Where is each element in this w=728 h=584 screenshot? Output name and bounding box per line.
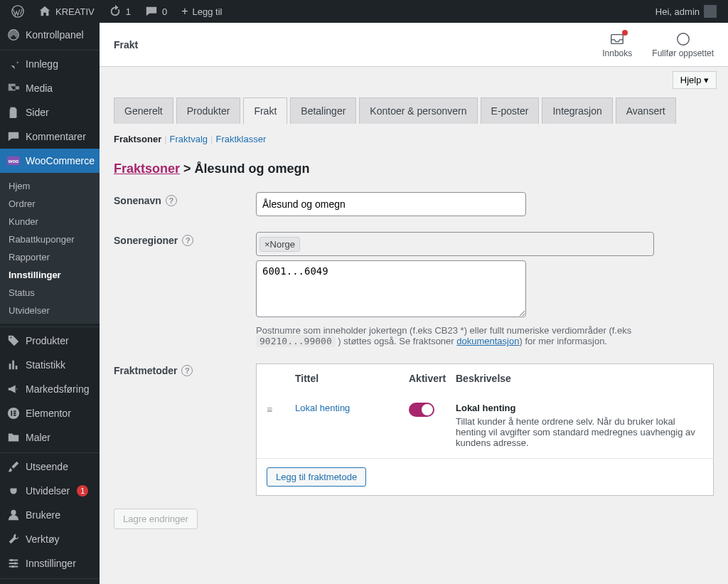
comments-link[interactable]: 0 [139,0,173,23]
sidebar-sub-utvidelser[interactable]: Utvidelser [0,302,100,319]
zone-regions-input[interactable]: ×Norge [256,232,654,256]
subnav-zones[interactable]: Fraktsoner [114,134,161,144]
svg-text:woo: woo [8,158,19,164]
subnav-classes[interactable]: Fraktklasser [215,134,266,144]
sidebar-item-woocommerce[interactable]: wooWooCommerce [0,149,100,173]
sidebar-item-innlegg[interactable]: Innlegg [0,50,100,76]
sidebar-sub-rapporter[interactable]: Rapporter [0,248,100,266]
inbox-button[interactable]: Innboks [602,31,632,58]
svg-point-11 [14,562,17,565]
sidebar-item-kontrollpanel[interactable]: Kontrollpanel [0,23,100,47]
sidebar-item-media[interactable]: Media [0,76,100,100]
drag-handle-icon[interactable]: ≡ [267,403,281,415]
sidebar-item-produkter[interactable]: Produkter [0,326,100,353]
sidebar-item-sider[interactable]: Sider [0,100,100,124]
tab-produkter[interactable]: Produkter [176,97,241,124]
th-desc: Beskrivelse [456,373,703,384]
notification-dot [622,30,628,36]
sidebar-item-innstillinger[interactable]: Innstillinger [0,551,100,575]
tab-avansert[interactable]: Avansert [616,97,676,124]
updates-link[interactable]: 1 [103,0,136,23]
breadcrumb-current: Ålesund og omegn [195,161,310,176]
svg-point-10 [11,559,14,562]
zone-name-input[interactable] [256,192,526,216]
settings-tabs: GenereltProdukterFraktBetalingerKontoer … [114,97,714,124]
site-name-link[interactable]: KREATIV [33,0,100,23]
sidebar-sub-rabattkuponger[interactable]: Rabattkuponger [0,230,100,248]
add-new-link[interactable]: +Legg til [176,0,228,23]
tab-betalinger[interactable]: Betalinger [290,97,356,124]
sidebar-item-verktøy[interactable]: Verktøy [0,527,100,551]
sidebar-item-utvidelser[interactable]: Utvidelser1 [0,479,100,503]
doc-link[interactable]: dokumentasjon [456,336,519,346]
wc-header: Frakt Innboks Fullfør oppsettet [100,23,728,67]
sidebar-sub-kunder[interactable]: Kunder [0,213,100,230]
add-method-button[interactable]: Legg til fraktmetode [267,467,366,487]
sidebar-item-elementor[interactable]: Elementor [0,401,100,425]
sub-nav: Fraktsoner|Fraktvalg|Fraktklasser [114,124,714,149]
admin-sidebar: KontrollpanelInnleggMediaSiderKommentare… [0,23,100,584]
sidebar-sub-status[interactable]: Status [0,284,100,302]
svg-rect-7 [14,413,16,414]
avatar [704,5,717,18]
tab-integrasjon[interactable]: Integrasjon [542,97,612,124]
svg-point-15 [677,33,689,45]
sidebar-sub-ordrer[interactable]: Ordrer [0,195,100,213]
sidebar-item-markedsføring[interactable]: Markedsføring [0,377,100,401]
svg-point-9 [11,510,16,515]
tab-e-poster[interactable]: E-poster [481,97,540,124]
th-title: Tittel [295,373,409,384]
postcodes-textarea[interactable]: 6001...6049 [256,260,526,317]
help-toggle[interactable]: Hjelp ▾ [673,71,717,89]
admin-bar: KREATIV 1 0 +Legg til Hei, admin [0,0,728,23]
sidebar-item-utseende[interactable]: Utseende [0,452,100,479]
svg-rect-8 [14,415,16,416]
sidebar-sub-innstillinger[interactable]: Innstillinger [0,266,100,284]
method-title-link[interactable]: Lokal henting [295,403,409,413]
setup-button[interactable]: Fullfør oppsettet [652,31,714,58]
save-button[interactable]: Lagre endringer [114,509,198,529]
sidebar-item-statistikk[interactable]: Statistikk [0,353,100,377]
shipping-method-row: ≡ Lokal henting Lokal hentingTillat kund… [257,393,713,458]
zone-name-label: Sonenavn [114,195,161,206]
breadcrumb-root[interactable]: Fraktsoner [114,161,180,176]
th-enabled: Aktivert [409,373,456,384]
update-badge: 1 [77,485,88,497]
svg-rect-6 [14,410,16,412]
sidebar-item-brukere[interactable]: Brukere [0,503,100,527]
region-tag[interactable]: ×Norge [259,237,300,252]
breadcrumb: Fraktsoner > Ålesund og omegn [114,161,714,176]
postcode-description: Postnumre som inneholder jokertegn (f.ek… [256,325,711,346]
svg-rect-14 [611,34,623,43]
sidebar-item-maler[interactable]: Maler [0,425,100,450]
sidebar-sub-hjem[interactable]: Hjem [0,177,100,195]
tab-frakt[interactable]: Frakt [243,97,287,124]
help-icon[interactable]: ? [182,235,193,246]
help-icon[interactable]: ? [166,195,177,206]
subnav-options[interactable]: Fraktvalg [170,134,208,144]
my-account[interactable]: Hei, admin [650,0,722,23]
zone-regions-label: Soneregioner [114,235,178,246]
sidebar-item-trekk-sammen[interactable]: Trekk sammen [0,578,100,584]
methods-label: Fraktmetoder [114,365,177,376]
svg-rect-5 [11,410,12,415]
wp-logo[interactable] [6,0,30,23]
page-title: Frakt [114,39,138,51]
tab-kontoer-personvern[interactable]: Kontoer & personvern [359,97,477,124]
svg-point-12 [11,566,14,568]
tab-generelt[interactable]: Generelt [114,97,173,124]
sidebar-item-kommentarer[interactable]: Kommentarer [0,124,100,149]
method-enabled-toggle[interactable] [409,403,434,417]
shipping-methods-table: Tittel Aktivert Beskrivelse ≡ Lokal hent… [256,363,714,496]
help-icon[interactable]: ? [181,365,193,376]
